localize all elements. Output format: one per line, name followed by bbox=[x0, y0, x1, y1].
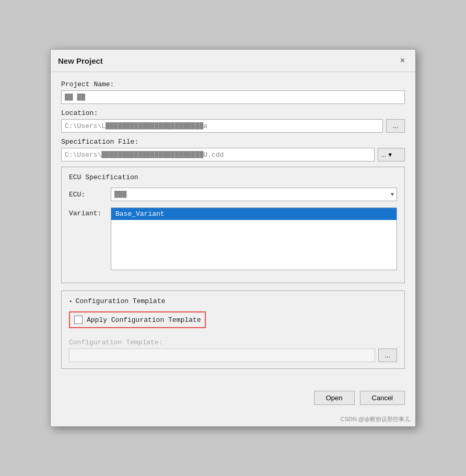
project-name-input[interactable] bbox=[61, 90, 405, 104]
spec-browse-label: ... bbox=[381, 152, 386, 158]
location-browse-button[interactable]: ... bbox=[386, 119, 405, 133]
config-template-section: ▪ Configuration Template Apply Configura… bbox=[61, 291, 405, 369]
variant-label: Variant: bbox=[69, 207, 111, 217]
dialog-body: Project Name: Location: ... Specificatio… bbox=[51, 72, 415, 387]
config-template-browse-button[interactable]: ... bbox=[378, 349, 397, 362]
spec-file-row: ... ▼ bbox=[61, 148, 405, 161]
dialog-footer: Open Cancel bbox=[51, 387, 415, 413]
close-button[interactable]: × bbox=[397, 55, 408, 66]
ecu-select-wrap: ███ ▼ bbox=[111, 188, 397, 201]
spec-file-field: Specification File: ... ▼ bbox=[61, 138, 405, 161]
collapse-icon[interactable]: ▪ bbox=[69, 298, 73, 305]
config-template-input[interactable] bbox=[69, 349, 375, 362]
project-name-label: Project Name: bbox=[61, 80, 405, 88]
watermark: CSDN @诊断协议那些事儿 bbox=[51, 413, 415, 426]
location-field: Location: ... bbox=[61, 109, 405, 133]
ecu-section-title: ECU Specification bbox=[69, 173, 397, 181]
ecu-label: ECU: bbox=[69, 191, 111, 199]
ecu-row: ECU: ███ ▼ bbox=[69, 188, 397, 201]
apply-configuration-checkbox[interactable] bbox=[74, 316, 83, 324]
config-template-field-label: Configuration Template: bbox=[69, 339, 397, 346]
apply-checkbox-row: Apply Configuration Template bbox=[69, 311, 206, 328]
config-template-header: ▪ Configuration Template bbox=[69, 297, 397, 305]
apply-checkbox-container: Apply Configuration Template bbox=[69, 311, 397, 333]
project-name-field: Project Name: bbox=[61, 80, 405, 109]
spec-file-browse-button[interactable]: ... ▼ bbox=[378, 148, 405, 161]
spec-browse-arrow-icon: ▼ bbox=[387, 152, 393, 158]
ecu-specification-section: ECU Specification ECU: ███ ▼ Variant: Ba… bbox=[61, 167, 405, 283]
new-project-dialog: New Project × Project Name: Location: ..… bbox=[50, 49, 416, 427]
spec-file-label: Specification File: bbox=[61, 138, 405, 146]
config-template-field-row: ... bbox=[69, 349, 397, 362]
location-input[interactable] bbox=[61, 119, 383, 133]
dialog-titlebar: New Project × bbox=[51, 50, 415, 72]
spec-file-input[interactable] bbox=[61, 148, 375, 161]
open-button[interactable]: Open bbox=[314, 391, 355, 405]
config-template-title: Configuration Template bbox=[76, 297, 166, 305]
apply-configuration-label: Apply Configuration Template bbox=[87, 316, 201, 324]
cancel-button[interactable]: Cancel bbox=[360, 391, 405, 405]
ecu-select[interactable]: ███ bbox=[111, 188, 397, 201]
location-row: ... bbox=[61, 119, 405, 133]
config-template-field: Configuration Template: ... bbox=[69, 339, 397, 362]
variant-list[interactable]: Base_Variant bbox=[111, 207, 397, 270]
dialog-title: New Project bbox=[58, 56, 103, 65]
location-label: Location: bbox=[61, 109, 405, 117]
variant-item-base[interactable]: Base_Variant bbox=[111, 208, 397, 220]
variant-row: Variant: Base_Variant bbox=[69, 207, 397, 270]
